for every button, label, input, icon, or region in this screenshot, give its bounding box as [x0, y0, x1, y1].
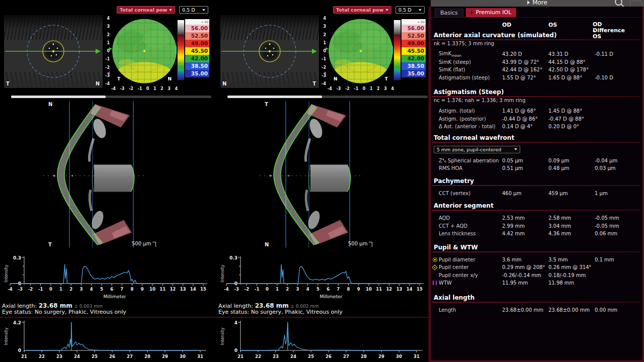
scale-label: 38.50 [185, 62, 209, 70]
measurement-section: Total corneal wavefront 5 mm zone, pupil… [432, 134, 640, 172]
color-scale: + 00 56.0052.5049.0045.5042.0038.5035.00 [401, 19, 426, 77]
table-row: Astigm. (total) 1.41 D @ 68° 1.45 D @ 88… [432, 107, 640, 115]
difference-value: 1 μm [595, 191, 640, 196]
svg-text:8: 8 [347, 287, 350, 292]
scale-label: 42.00 [401, 55, 426, 62]
eye-status-readout: Eye status: No surgery, Phakic, Vitreous… [2, 309, 126, 315]
svg-text:6: 6 [110, 287, 113, 292]
axis-tick-label: 3 [323, 25, 326, 29]
section-title: Pachymetry [432, 177, 640, 185]
svg-text:1: 1 [59, 287, 62, 292]
map-type-dropdown[interactable]: Total corneal power [117, 6, 175, 14]
orientation-label: T [265, 102, 268, 107]
svg-text:11: 11 [159, 287, 166, 292]
scale-label: 56.00 [185, 25, 209, 32]
section-title: Pupil & WTW [432, 244, 640, 251]
svg-text:22: 22 [39, 354, 45, 359]
axis-tick-label: 4 [323, 17, 326, 21]
tab-premium-iol[interactable]: Premium IOL [466, 8, 516, 17]
svg-text:0.3: 0.3 [229, 255, 237, 260]
scan-scrollbar[interactable] [11, 96, 211, 98]
axis-tick-label: 0 [363, 86, 366, 91]
axis-tick-label: -3 [336, 86, 341, 91]
svg-text:6: 6 [327, 287, 330, 292]
scale-bar-label: 500 μm [348, 241, 372, 247]
measurement-section: Pupil & WTW Pupil diameter 3.6 mm 3.5 mm… [432, 244, 640, 287]
section-title: Anterior axial curvature (simulated) [432, 32, 640, 39]
svg-text:24: 24 [290, 354, 296, 359]
measurement-section: Anterior axial curvature (simulated) nk … [432, 32, 640, 81]
os-value: 459 μm [548, 191, 595, 196]
tab-underline [431, 17, 642, 18]
svg-text:10: 10 [149, 287, 155, 292]
difference-value: -0.10 D [595, 75, 640, 80]
scale-step-dropdown[interactable]: 0.5 D [395, 6, 425, 14]
svg-text:-4: -4 [224, 287, 229, 292]
os-value: 0.09 μm [548, 158, 595, 163]
eye-panel-od: Total corneal power 0.5 D T N 43210-1-2-… [0, 0, 216, 362]
scan-scrollbar[interactable] [227, 96, 428, 98]
table-row: Length 23.68±0.00 mm 23.68±0.00 mm 0.00 … [432, 306, 640, 314]
os-value: 44.15 D @ 88° [548, 59, 595, 65]
difference-value: -0.11 D [595, 51, 640, 57]
magnifier-icon[interactable] [615, 0, 622, 6]
table-row: Pupil diameter 3.6 mm 3.5 mm 0.1 mm [432, 256, 640, 264]
section-rule [432, 210, 640, 211]
axis-tick-label: -4 [105, 82, 110, 86]
os-value: 3.5 mm [548, 257, 595, 262]
os-value: 1.65 D @ 88° [548, 75, 595, 80]
axis-tick-label: 2 [107, 33, 110, 37]
column-os: OS [548, 22, 557, 28]
map-x-axis: -4-3-2-101234 [328, 86, 394, 91]
measurement-section: Axial length Length 23.68±0.00 mm 23.68±… [432, 294, 640, 314]
row-label: SimK (steep) [439, 59, 502, 65]
table-row: WTW 11.95 mm 11.98 mm [432, 279, 640, 287]
svg-text:27: 27 [127, 354, 133, 359]
scale-step-dropdown[interactable]: 0.5 D [179, 6, 208, 14]
scrollbar-thumb[interactable] [11, 96, 106, 98]
axis-tick-label: 4 [175, 86, 178, 91]
svg-text:9: 9 [357, 287, 360, 292]
od-value: 0.51 μm [502, 165, 548, 171]
tab-basics[interactable]: Basics [435, 9, 463, 17]
section-rows: Pupil diameter 3.6 mm 3.5 mm 0.1 mm Pupi… [432, 256, 640, 287]
svg-text:3: 3 [80, 287, 83, 292]
scrollbar-thumb[interactable] [227, 96, 322, 98]
od-value: 3.6 mm [502, 257, 548, 262]
zone-dropdown[interactable]: 5 mm zone, pupil-centered [434, 146, 520, 153]
chevron-down-icon [419, 9, 422, 11]
os-value: 11.98 mm [548, 280, 595, 286]
eye-photo-overlay [4, 15, 103, 88]
svg-text:29: 29 [162, 354, 168, 359]
scale-label: 56.00 [401, 25, 426, 32]
section-subtitle: nc = 1.376; nah = 1.336; 3 mm ring [432, 98, 640, 104]
svg-text:13: 13 [180, 287, 186, 292]
scale-label: 52.50 [401, 32, 426, 40]
more-label: More [532, 0, 547, 6]
table-row: AQD 2.53 mm 2.58 mm -0.05 mm [432, 214, 640, 222]
color-scale-header: + 00 [185, 19, 209, 25]
os-value: 0.26 mm @ 314° [548, 264, 595, 270]
difference-value: 0.03 μm [595, 165, 640, 171]
scale-label: 49.00 [185, 40, 209, 47]
axis-tick-label: 3 [168, 86, 171, 91]
pupil-center-icon [432, 264, 437, 270]
axis-tick-label: 2 [323, 33, 326, 37]
section-rows: AQD 2.53 mm 2.58 mm -0.05 mm CCT + AQD 2… [432, 214, 640, 238]
row-label: Astigm. (posterior) [439, 116, 502, 122]
os-value: 0.20 D @ 0° [548, 124, 595, 129]
axial-length-readout: Axial length: 23.68 mm ± 0.003 mm [2, 302, 103, 309]
axis-tick-label: -2 [105, 66, 110, 70]
column-od: OD [502, 22, 511, 28]
orientation-label: N [96, 81, 100, 86]
svg-text:25: 25 [308, 354, 314, 359]
svg-text:14: 14 [407, 287, 413, 292]
map-type-dropdown[interactable]: Total corneal power [333, 6, 391, 14]
row-label: Z⁴₀ Spherical aberration [439, 158, 502, 163]
od-value: -0.26/-0.14 mm [502, 273, 548, 278]
svg-text:4.2: 4.2 [13, 320, 21, 325]
more-button[interactable]: More [431, 0, 644, 7]
color-scale-labels: 56.0052.5049.0045.5042.0038.5035.00 [185, 25, 209, 77]
measurements-panel: Basics Premium IOL OD OS OD - OS Differe… [431, 7, 644, 362]
od-value: 0.14 D @ 4° [502, 124, 548, 129]
